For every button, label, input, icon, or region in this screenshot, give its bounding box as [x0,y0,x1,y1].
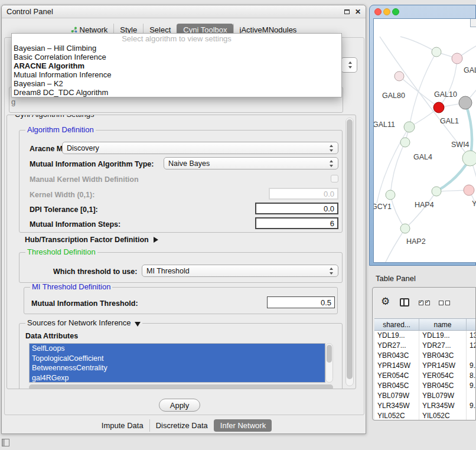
network-edge [439,58,457,107]
network-edge [405,191,436,229]
column-selector-icon[interactable] [400,298,409,306]
algorithm-option-mutual-information-inference[interactable]: Mutual Information Inference [12,70,341,79]
network-node[interactable] [462,151,476,166]
zoom-traffic-light[interactable] [392,8,399,15]
column-header-shared[interactable]: shared... [374,319,419,330]
kernel-width-field[interactable]: 0.0 [269,188,338,200]
table-cell: YDL19... [419,331,467,341]
table-cell: 13 [467,331,476,341]
control-panel-titlebar[interactable]: Control Panel ✕ [2,5,366,18]
manual-kernel-checkbox[interactable] [331,175,338,182]
data-attributes-list[interactable]: SelfLoopsTopologicalCoefficientBetweenne… [29,343,325,383]
table-row[interactable]: YER054CYER054C8. [374,371,476,381]
deselect-all-checkboxes-icon[interactable] [439,301,452,311]
table-row[interactable]: YBL079WYBL079W [374,391,476,401]
hidden-combobox-fragment[interactable] [341,57,357,73]
collapsed-arrow-icon[interactable] [154,237,158,243]
apply-button[interactable]: Apply [159,399,200,412]
hub-definition-toggle[interactable]: Hub/Transcription Factor Definition [25,236,158,244]
bottom-tab-discretize-data[interactable]: Discretize Data [149,419,214,432]
network-node[interactable] [433,102,444,113]
network-node[interactable] [400,138,410,147]
attributes-scrollbar-thumb[interactable] [327,345,332,363]
network-node[interactable] [400,224,410,233]
table-row[interactable]: YLR345WYLR345W9. [374,401,476,411]
table-row[interactable]: YIL052CYIL052C [374,411,476,420]
network-canvas[interactable]: GALGAL80GAL10GAL11GAL1SWI4GAL4GCY1HAP4YH… [373,18,476,263]
network-node[interactable] [464,185,474,195]
network-node[interactable] [452,53,462,64]
table-row[interactable]: YDR27...YDR27...12 [374,341,476,351]
data-attribute-topologicalcoefficient[interactable]: TopologicalCoefficient [30,354,325,364]
panel-corner-icon[interactable] [2,439,9,446]
minimize-traffic-light[interactable] [383,8,390,15]
aracne-mode-select[interactable]: Discovery [62,142,338,154]
settings-scrollbar-thumb[interactable] [347,119,353,379]
combobox-arrows-icon [329,145,334,152]
attributes-hscrollbar-thumb[interactable] [29,384,333,389]
bottom-tab-infer-network[interactable]: Infer Network [214,419,272,432]
combobox-arrows-icon [348,61,353,69]
sources-group-title[interactable]: Sources for Network Inference [25,319,142,327]
network-node[interactable] [432,47,441,57]
data-attributes-label: Data Attributes [25,332,78,340]
gear-icon[interactable]: ⚙ [381,295,390,308]
close-window-icon[interactable]: ✕ [355,8,361,15]
algorithm-option-bayesian-k2[interactable]: Bayesian – K2 [12,79,341,88]
algorithm-option-basic-correlation-inference[interactable]: Basic Correlation Inference [12,53,341,61]
table-cell: YPR145W [374,361,419,371]
settings-scrollbar[interactable] [345,118,354,386]
which-threshold-select[interactable]: MI Threshold [142,265,338,277]
mi-steps-field[interactable]: 6 [255,217,338,229]
column-header-extra[interactable] [467,319,476,330]
tab-label: Infer Network [220,421,266,430]
table-cell [467,411,476,420]
kernel-width-label: Kernel Width (0,1): [30,191,94,199]
algorithm-option-aracne-algorithm[interactable]: ARACNE Algorithm [12,61,341,70]
table-row[interactable]: YBR045CYBR045C9. [374,381,476,391]
table-cell: YBR045C [419,381,467,391]
dpi-tolerance-field[interactable]: 0.0 [255,203,338,214]
table-cell: 9. [467,401,476,411]
data-attribute-betweennesscentrality[interactable]: BetweennessCentrality [30,363,325,373]
attributes-scrollbar[interactable] [325,343,333,383]
network-node[interactable] [459,96,472,109]
close-traffic-light[interactable] [374,8,382,15]
mi-type-label: Mutual Information Algorithm Type: [30,160,154,168]
network-node[interactable] [386,190,395,200]
sources-title-text: Sources for Network Inference [27,318,131,327]
table-row[interactable]: YBR043CYBR043C [374,351,476,361]
mi-threshold-label: Mutual Information Threshold: [31,299,138,308]
table-cell: YER054C [374,371,419,381]
table-row[interactable]: YDL19...YDL19...13 [374,331,476,341]
bottom-tab-impute-data[interactable]: Impute Data [96,419,149,432]
float-window-icon[interactable] [344,9,350,14]
combobox-arrows-icon [329,160,334,167]
table-cell: YPR145W [419,361,467,371]
table-cell: YBR043C [374,351,419,361]
algorithm-option-bayesian-hill-climbing[interactable]: Bayesian – Hill Climbing [12,44,341,53]
network-edge [384,229,405,263]
cyni-settings-group-title: Cyni Algorithm Settings [13,115,96,119]
network-node[interactable] [395,71,404,81]
table-cell: YER054C [419,371,467,381]
algorithm-option-dream8-dc-tdc-algorithm[interactable]: Dream8 DC_TDC Algorithm [12,88,341,97]
data-attribute-gal4rgexp[interactable]: gal4RGexp [30,373,325,383]
network-node[interactable] [432,187,441,196]
combobox-arrows-icon [329,268,334,275]
select-all-checkboxes-icon[interactable] [419,301,432,311]
expanded-arrow-icon[interactable] [135,322,141,327]
column-header-name[interactable]: name [419,319,467,330]
network-node[interactable] [404,122,415,132]
data-attribute-selfloops[interactable]: SelfLoops [30,344,325,354]
table-row[interactable]: YPR145WYPR145W9. [374,361,476,371]
network-node-label-gal11: GAL11 [374,120,395,129]
dpi-tolerance-value: 0.0 [324,204,334,213]
mi-type-select[interactable]: Naive Bayes [164,157,338,169]
tab-label: Impute Data [102,421,144,430]
network-edge [390,142,405,195]
aracne-mode-value: Discovery [67,144,99,152]
table-cell: YBR045C [374,381,419,391]
network-node-label-gal4: GAL4 [413,153,432,161]
mi-threshold-field[interactable]: 0.5 [267,296,335,308]
